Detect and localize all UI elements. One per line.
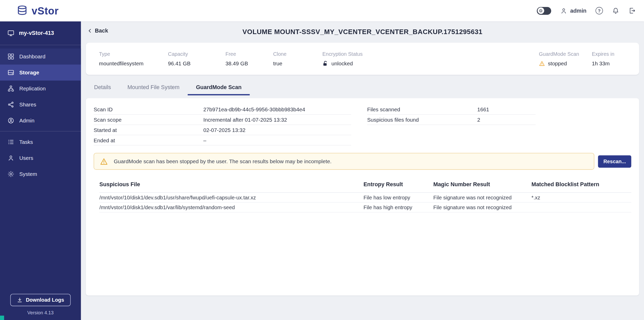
warning-icon xyxy=(539,60,545,66)
volume-summary-card: Type mountedfilesystem Capacity 96.41 GB… xyxy=(86,43,639,75)
user-menu[interactable]: admin xyxy=(560,7,586,14)
sidebar-item-label: System xyxy=(19,171,37,177)
sidebar-footer: Download Logs Version 4.13 xyxy=(0,294,81,315)
sidebar-item-label: Shares xyxy=(19,102,36,108)
scan-details-right: Files scanned 1661 Suspicious files foun… xyxy=(367,104,536,125)
warning-row: GuardMode scan has been stopped by the u… xyxy=(94,153,631,170)
field-label: Type xyxy=(99,51,168,57)
guardmode-panel: Scan ID 27b971ea-db9b-44c5-9956-30bbb983… xyxy=(86,98,639,295)
toggle-knob xyxy=(537,7,544,14)
field-label: Clone xyxy=(273,51,322,57)
sidebar-server[interactable]: my-vStor-413 xyxy=(0,21,81,45)
download-icon xyxy=(17,297,22,303)
sidebar-item-admin[interactable]: Admin xyxy=(0,113,81,129)
field-value: 1h 33m xyxy=(592,60,631,66)
detail-label: Scan ID xyxy=(94,106,203,112)
cell-file-path: /mnt/vstor/10/disk1/dev.sdb1/usr/share/f… xyxy=(99,194,363,201)
cell-entropy: File has low entropy xyxy=(363,194,433,201)
download-logs-button[interactable]: Download Logs xyxy=(10,294,71,306)
detail-row: Scan ID 27b971ea-db9b-44c5-9956-30bbb983… xyxy=(94,104,351,115)
download-logs-label: Download Logs xyxy=(26,297,64,303)
sidebar-item-storage[interactable]: Storage xyxy=(0,65,81,81)
table-row: /mnt/vstor/10/disk1/dev.sdb1/var/lib/sys… xyxy=(99,202,631,212)
table-row: /mnt/vstor/10/disk1/dev.sdb1/usr/share/f… xyxy=(99,193,631,202)
sidebar-item-tasks[interactable]: Tasks xyxy=(0,134,81,150)
server-name: my-vStor-413 xyxy=(19,30,54,36)
gear-icon xyxy=(539,9,543,13)
sidebar-item-shares[interactable]: Shares xyxy=(0,97,81,113)
server-monitor-icon xyxy=(7,30,14,37)
detail-value: 02-07-2025 13:32 xyxy=(203,127,245,133)
summary-field-expires: Expires in 1h 33m xyxy=(592,51,631,66)
sidebar-item-dashboard[interactable]: Dashboard xyxy=(0,49,81,65)
detail-value: 1661 xyxy=(477,106,489,112)
system-gear-icon xyxy=(7,170,14,177)
table-header-row: Suspicious File Entropy Result Magic Num… xyxy=(99,178,631,193)
cell-magic-number: File signature was not recognized xyxy=(433,194,531,201)
rescan-button[interactable]: Rescan... xyxy=(598,155,631,168)
notifications-icon[interactable] xyxy=(612,7,619,14)
warning-icon xyxy=(100,157,108,166)
sidebar-nav: Dashboard Storage Replication xyxy=(0,45,81,182)
tab-bar: Details Mounted File System GuardMode Sc… xyxy=(86,81,639,95)
detail-value: – xyxy=(203,137,206,143)
vstor-logo-text: vStor xyxy=(32,5,59,17)
summary-field-free: Free 38.49 GB xyxy=(226,51,273,66)
sidebar-item-label: Admin xyxy=(19,118,35,124)
help-icon[interactable] xyxy=(595,7,603,14)
field-label: Free xyxy=(226,51,273,57)
sidebar-item-replication[interactable]: Replication xyxy=(0,81,81,97)
tab-guardmode-scan[interactable]: GuardMode Scan xyxy=(188,81,250,95)
cell-file-path: /mnt/vstor/10/disk1/dev.sdb1/var/lib/sys… xyxy=(99,204,363,210)
main-content: Back VOLUME MOUNT-SSSV_MY_VCENTER_VCENTE… xyxy=(81,21,644,320)
page-title: VOLUME MOUNT-SSSV_MY_VCENTER_VCENTER_BAC… xyxy=(81,28,644,36)
summary-field-type: Type mountedfilesystem xyxy=(99,51,168,66)
field-label: Encryption Status xyxy=(322,51,363,57)
field-value: unlocked xyxy=(322,60,363,66)
detail-value: Incremental after 01-07-2025 13:32 xyxy=(203,116,287,123)
col-matched-blocklist-pattern: Matched Blocklist Pattern xyxy=(531,181,631,188)
guardmode-status-text: stopped xyxy=(548,60,567,66)
tab-label: Mounted File System xyxy=(128,84,180,90)
scan-warning-banner: GuardMode scan has been stopped by the u… xyxy=(94,153,594,170)
shares-icon xyxy=(7,101,14,108)
field-label: Capacity xyxy=(168,51,226,57)
field-label: GuardMode Scan xyxy=(539,51,592,57)
detail-row: Scan scope Incremental after 01-07-2025 … xyxy=(94,115,351,125)
field-value: true xyxy=(273,60,322,66)
col-magic-number-result: Magic Number Result xyxy=(433,181,531,188)
detail-label: Suspicious files found xyxy=(367,116,477,123)
summary-field-capacity: Capacity 96.41 GB xyxy=(168,51,226,66)
field-value: stopped xyxy=(539,60,592,66)
sidebar: my-vStor-413 Dashboard Storage xyxy=(0,21,81,320)
warning-text: GuardMode scan has been stopped by the u… xyxy=(114,158,332,165)
settings-toggle[interactable] xyxy=(537,7,551,14)
detail-row: Ended at – xyxy=(94,135,351,146)
summary-field-clone: Clone true xyxy=(273,51,322,66)
unlock-icon xyxy=(322,60,329,66)
logout-icon[interactable] xyxy=(629,7,636,14)
dashboard-icon xyxy=(7,53,14,60)
cell-entropy: File has high entropy xyxy=(363,204,433,210)
tab-details[interactable]: Details xyxy=(86,81,119,95)
sidebar-item-label: Users xyxy=(19,155,33,161)
tab-mounted-file-system[interactable]: Mounted File System xyxy=(119,81,188,95)
col-suspicious-file: Suspicious File xyxy=(99,181,363,188)
bottom-left-widget[interactable] xyxy=(0,316,4,320)
vstor-logo[interactable]: vStor xyxy=(17,5,59,17)
detail-value: 27b971ea-db9b-44c5-9956-30bbb983b4e4 xyxy=(203,106,305,112)
encryption-status-text: unlocked xyxy=(331,60,353,66)
sidebar-item-users[interactable]: Users xyxy=(0,150,81,166)
vstor-logo-icon xyxy=(17,5,28,17)
storage-icon xyxy=(7,69,14,76)
field-value: 96.41 GB xyxy=(168,60,226,66)
suspicious-files-table: Suspicious File Entropy Result Magic Num… xyxy=(94,178,631,213)
sidebar-item-system[interactable]: System xyxy=(0,166,81,182)
sidebar-item-label: Storage xyxy=(19,69,39,76)
detail-row: Suspicious files found 2 xyxy=(367,115,536,125)
tasks-icon xyxy=(7,138,14,145)
scan-details: Scan ID 27b971ea-db9b-44c5-9956-30bbb983… xyxy=(94,104,631,145)
topbar-actions: admin xyxy=(537,7,636,14)
detail-label: Scan scope xyxy=(94,116,203,123)
col-entropy-result: Entropy Result xyxy=(363,181,433,188)
